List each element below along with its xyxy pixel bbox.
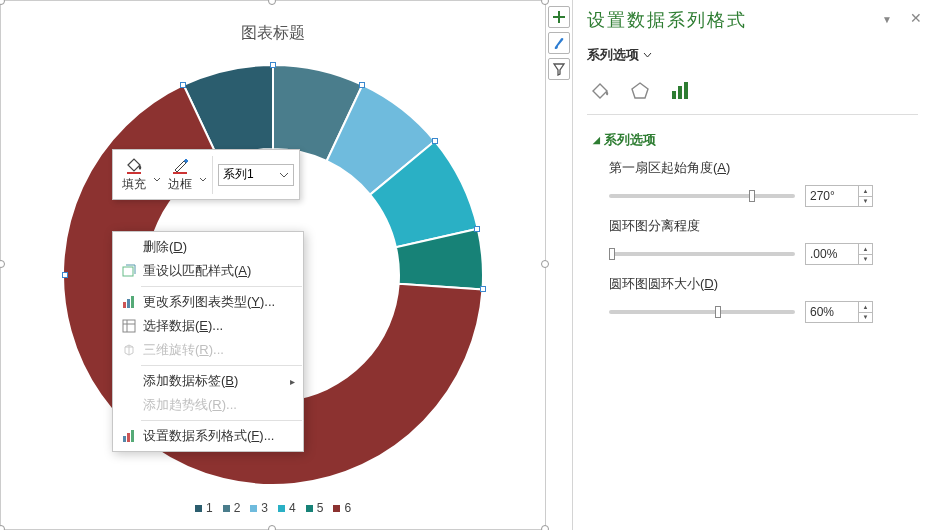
resize-handle[interactable] (0, 0, 5, 5)
explosion-input[interactable]: .00% ▲▼ (805, 243, 873, 265)
chart-legend[interactable]: 1 2 3 4 5 6 (1, 501, 545, 515)
fill-button[interactable]: 填充 (118, 154, 150, 195)
slider-thumb[interactable] (749, 190, 755, 202)
svg-rect-2 (123, 267, 133, 276)
divider (587, 114, 918, 115)
series-options-dropdown[interactable]: 系列选项 (587, 46, 918, 64)
datapoint-handle[interactable] (359, 82, 365, 88)
input-value[interactable]: .00% (806, 244, 858, 264)
legend-swatch (195, 505, 202, 512)
tab-effects[interactable] (627, 78, 653, 104)
angle-input[interactable]: 270° ▲▼ (805, 185, 873, 207)
svg-rect-11 (131, 430, 134, 442)
paint-bucket-icon (124, 156, 144, 174)
dropdown-icon[interactable] (153, 166, 161, 184)
format-data-series-pane: ▼ ✕ 设置数据系列格式 系列选项 系列选项 第一扇区起始角度(A) 270° … (572, 0, 932, 530)
chart-tools-strip (546, 0, 572, 530)
svg-rect-14 (684, 82, 688, 99)
menu-format-data-series[interactable]: 设置数据系列格式(F)... (113, 424, 303, 448)
spin-down[interactable]: ▼ (859, 255, 872, 265)
chart-filters-button[interactable] (548, 58, 570, 80)
spin-up[interactable]: ▲ (859, 302, 872, 313)
menu-reset-to-match-style[interactable]: 重设以匹配样式(A) (113, 259, 303, 283)
spin-up[interactable]: ▲ (859, 186, 872, 197)
menu-add-data-labels[interactable]: 添加数据标签(B) ▸ (113, 369, 303, 393)
angle-slider[interactable] (609, 194, 795, 198)
close-button[interactable]: ✕ (910, 10, 922, 26)
slider-thumb[interactable] (715, 306, 721, 318)
chart-elements-button[interactable] (548, 6, 570, 28)
format-series-icon (119, 429, 139, 443)
tab-series-options[interactable] (667, 78, 693, 104)
chart-styles-button[interactable] (548, 32, 570, 54)
svg-rect-9 (123, 436, 126, 442)
section-series-options[interactable]: 系列选项 (593, 131, 918, 149)
svg-rect-12 (672, 91, 676, 99)
svg-rect-1 (173, 172, 187, 174)
datapoint-handle[interactable] (474, 226, 480, 232)
plus-icon (552, 10, 566, 24)
legend-item[interactable]: 1 (195, 501, 213, 515)
legend-item[interactable]: 6 (333, 501, 351, 515)
hole-size-input[interactable]: 60% ▲▼ (805, 301, 873, 323)
menu-label: 选择数据(E)... (143, 317, 223, 335)
explosion-slider[interactable] (609, 252, 795, 256)
outline-button[interactable]: 边框 (164, 154, 196, 195)
select-data-icon (119, 319, 139, 333)
menu-label: 重设以匹配样式(A) (143, 262, 251, 280)
input-value[interactable]: 270° (806, 186, 858, 206)
datapoint-handle[interactable] (180, 82, 186, 88)
legend-label: 1 (206, 501, 213, 515)
spin-down[interactable]: ▼ (859, 313, 872, 323)
separator (141, 365, 302, 366)
pane-title: 设置数据系列格式 (587, 8, 918, 32)
dropdown-icon[interactable] (199, 166, 207, 184)
datapoint-handle[interactable] (62, 272, 68, 278)
section-label: 系列选项 (604, 131, 656, 149)
menu-delete[interactable]: 删除(D) (113, 235, 303, 259)
pane-options-dropdown[interactable]: ▼ (882, 14, 892, 25)
svg-rect-3 (123, 302, 126, 308)
cube-icon (119, 343, 139, 357)
input-value[interactable]: 60% (806, 302, 858, 322)
resize-handle[interactable] (541, 525, 549, 530)
slider-thumb[interactable] (609, 248, 615, 260)
spin-down[interactable]: ▼ (859, 197, 872, 207)
legend-swatch (223, 505, 230, 512)
svg-rect-4 (127, 299, 130, 308)
legend-swatch (250, 505, 257, 512)
legend-swatch (333, 505, 340, 512)
resize-handle[interactable] (541, 260, 549, 268)
resize-handle[interactable] (268, 525, 276, 530)
legend-swatch (278, 505, 285, 512)
hole-size-slider[interactable] (609, 310, 795, 314)
legend-item[interactable]: 2 (223, 501, 241, 515)
pane-subtitle-label: 系列选项 (587, 46, 639, 64)
spin-up[interactable]: ▲ (859, 244, 872, 255)
resize-handle[interactable] (268, 0, 276, 5)
submenu-arrow-icon: ▸ (290, 376, 295, 387)
datapoint-handle[interactable] (432, 138, 438, 144)
datapoint-handle[interactable] (270, 62, 276, 68)
chart-object[interactable]: 图表标题 1 2 3 4 5 6 (0, 0, 546, 530)
resize-handle[interactable] (0, 525, 5, 530)
legend-label: 5 (317, 501, 324, 515)
chevron-down-icon (643, 52, 652, 58)
menu-select-data[interactable]: 选择数据(E)... (113, 314, 303, 338)
resize-handle[interactable] (0, 260, 5, 268)
svg-rect-13 (678, 86, 682, 99)
datapoint-handle[interactable] (480, 286, 486, 292)
context-menu: 删除(D) 重设以匹配样式(A) 更改系列图表类型(Y)... 选择数据(E).… (112, 231, 304, 452)
series-selector[interactable]: 系列1 (218, 164, 294, 186)
field-label: 第一扇区起始角度(A) (609, 159, 918, 177)
chart-title[interactable]: 图表标题 (1, 23, 545, 44)
field-doughnut-hole-size: 圆环图圆环大小(D) 60% ▲▼ (609, 275, 918, 323)
legend-item[interactable]: 5 (306, 501, 324, 515)
menu-label: 删除(D) (143, 238, 187, 256)
bar-chart-icon (669, 80, 691, 102)
legend-item[interactable]: 4 (278, 501, 296, 515)
legend-item[interactable]: 3 (250, 501, 268, 515)
menu-change-chart-type[interactable]: 更改系列图表类型(Y)... (113, 290, 303, 314)
tab-fill-line[interactable] (587, 78, 613, 104)
legend-label: 6 (344, 501, 351, 515)
